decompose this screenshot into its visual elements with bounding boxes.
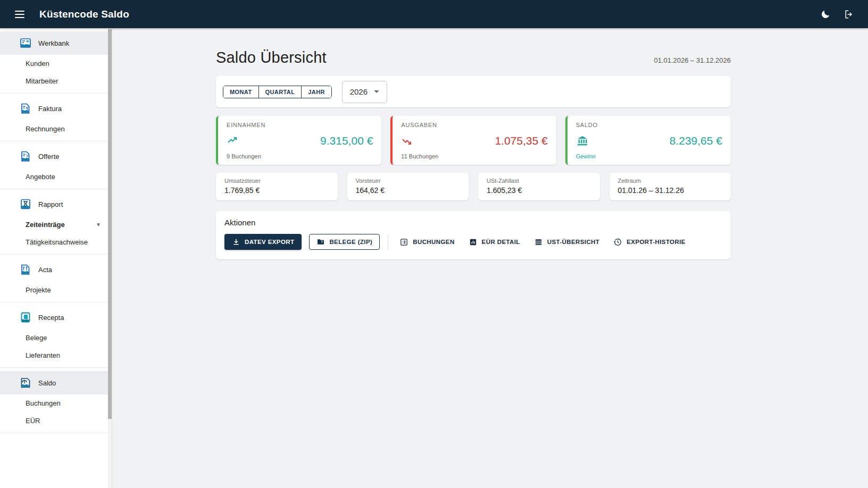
sidebar-item-label: Rapport xyxy=(38,200,63,208)
sidebar-section-acta: Acta Projekte xyxy=(0,255,112,302)
tax-label: USt-Zahllast xyxy=(487,178,591,184)
period-label: 01.01.2026 – 31.12.2026 xyxy=(654,56,731,66)
sidebar-item-werkbank[interactable]: Werkbank xyxy=(0,31,112,55)
saldo-icon xyxy=(19,376,32,389)
stat-card-einnahmen: EINNAHMEN 9.315,00 € 9 Buchungen xyxy=(216,116,381,165)
sidebar-item-label: Faktura xyxy=(38,105,62,113)
sidebar-item-rapport[interactable]: Rapport xyxy=(0,192,112,216)
tax-label: Vorsteuer xyxy=(356,178,461,184)
tax-value: 1.605,23 € xyxy=(487,186,591,195)
app-title: Küstencode Saldo xyxy=(39,9,129,20)
sidebar-section-werkbank: Werkbank Kunden Mitarbeiter xyxy=(0,28,112,94)
euer-detail-button[interactable]: EÜR DETAIL xyxy=(465,234,523,250)
topbar: Küstencode Saldo xyxy=(0,0,868,28)
actions-card: Aktionen DATEV EXPORT BELEGE (ZIP) xyxy=(216,211,731,259)
toggle-jahr[interactable]: JAHR xyxy=(302,86,331,98)
stats-row: EINNAHMEN 9.315,00 € 9 Buchungen AUSGABE… xyxy=(216,116,731,165)
chevron-down-icon xyxy=(374,90,379,93)
rapport-icon xyxy=(19,198,32,211)
tax-row: Umsatzsteuer 1.769,85 € Vorsteuer 164,62… xyxy=(216,173,731,200)
belege-zip-button[interactable]: BELEGE (ZIP) xyxy=(309,234,380,250)
divider xyxy=(388,234,388,250)
sidebar-item-label: Recepta xyxy=(38,314,64,322)
tax-card-umsatzsteuer: Umsatzsteuer 1.769,85 € xyxy=(216,173,338,200)
main-content: Saldo Übersicht 01.01.2026 – 31.12.2026 … xyxy=(116,28,868,488)
sidebar-item-angebote[interactable]: Angebote xyxy=(0,168,112,186)
sidebar-item-zeiteintraege[interactable]: Zeiteinträge ▼ xyxy=(0,216,112,233)
trending-down-icon xyxy=(401,134,414,147)
ust-uebersicht-button[interactable]: UST-ÜBERSICHT xyxy=(531,234,603,250)
sidebar-item-belege[interactable]: Belege xyxy=(0,329,112,347)
sidebar-item-label: Saldo xyxy=(38,379,56,387)
bar-chart-icon xyxy=(469,238,478,247)
dark-mode-moon-icon[interactable] xyxy=(815,4,836,25)
page-title: Saldo Übersicht xyxy=(216,49,327,66)
sidebar-item-lieferanten[interactable]: Lieferanten xyxy=(0,347,112,364)
chevron-down-icon[interactable]: ▼ xyxy=(96,222,101,228)
sidebar-section-rapport: Rapport Zeiteinträge ▼ Tätigkeitsnachwei… xyxy=(0,189,112,255)
sidebar-section-faktura: € Faktura Rechnungen xyxy=(0,94,112,141)
tax-card-vorsteuer: Vorsteuer 164,62 € xyxy=(347,173,469,200)
sidebar-section-saldo: Saldo Buchungen EÜR xyxy=(0,368,112,433)
sidebar-item-offerte[interactable]: ? Offerte xyxy=(0,145,112,168)
stat-value: 9.315,00 € xyxy=(320,134,373,147)
sidebar-item-saldo[interactable]: Saldo xyxy=(0,371,112,394)
tax-value: 1.769,85 € xyxy=(224,186,329,195)
offerte-icon: ? xyxy=(19,150,32,163)
list-table-icon xyxy=(399,238,408,247)
actions-title: Aktionen xyxy=(224,218,722,227)
sidebar-item-faktura[interactable]: € Faktura xyxy=(0,97,112,120)
tax-label: Umsatzsteuer xyxy=(224,178,329,184)
sidebar-item-acta[interactable]: Acta xyxy=(0,258,112,281)
sidebar-item-label: Offerte xyxy=(38,153,60,161)
datev-export-button[interactable]: DATEV EXPORT xyxy=(224,234,302,250)
toggle-quartal[interactable]: QUARTAL xyxy=(259,86,302,98)
sidebar-item-recepta[interactable]: Recepta xyxy=(0,306,112,329)
tax-card-zeitraum: Zeitraum 01.01.26 – 31.12.26 xyxy=(610,173,731,200)
stat-label: SALDO xyxy=(576,122,722,128)
period-toggle-group: MONAT QUARTAL JAHR xyxy=(223,86,332,98)
sidebar-section-offerte: ? Offerte Angebote xyxy=(0,141,112,189)
stat-value: 8.239,65 € xyxy=(670,134,722,147)
trending-up-icon xyxy=(227,134,239,147)
logout-icon[interactable] xyxy=(838,4,859,25)
sidebar-scrollbar-track[interactable] xyxy=(108,28,112,488)
faktura-icon: € xyxy=(19,102,32,115)
toggle-monat[interactable]: MONAT xyxy=(223,86,259,98)
sidebar-item-rechnungen[interactable]: Rechnungen xyxy=(0,120,112,138)
folder-zip-icon xyxy=(316,238,325,246)
bank-icon xyxy=(576,134,589,147)
sidebar-item-projekte[interactable]: Projekte xyxy=(0,281,112,299)
stat-label: EINNAHMEN xyxy=(227,122,373,128)
sidebar-item-label: Acta xyxy=(38,266,52,274)
sidebar-item-buchungen[interactable]: Buchungen xyxy=(0,394,112,412)
sidebar-item-mitarbeiter[interactable]: Mitarbeiter xyxy=(0,72,112,90)
export-historie-button[interactable]: EXPORT-HISTORIE xyxy=(610,234,689,250)
year-select-value: 2026 xyxy=(350,87,368,96)
stat-value: 1.075,35 € xyxy=(495,134,547,147)
table-icon xyxy=(534,238,543,247)
tax-label: Zeitraum xyxy=(618,178,723,184)
menu-icon[interactable] xyxy=(10,4,31,25)
werkbank-icon xyxy=(19,37,32,49)
stat-card-saldo: SALDO 8.239,65 € Gewinn xyxy=(565,116,731,165)
year-select[interactable]: 2026 xyxy=(342,81,387,103)
tax-value: 01.01.26 – 31.12.26 xyxy=(618,186,723,195)
sidebar-scrollbar-thumb[interactable] xyxy=(108,29,112,419)
stat-card-ausgaben: AUSGABEN 1.075,35 € 11 Buchungen xyxy=(390,116,556,165)
sidebar-item-kunden[interactable]: Kunden xyxy=(0,55,112,72)
sidebar-section-recepta: Recepta Belege Lieferanten xyxy=(0,302,112,368)
tax-value: 164,62 € xyxy=(356,186,461,195)
stat-sub: Gewinn xyxy=(576,153,722,159)
sidebar-item-euer[interactable]: EÜR xyxy=(0,412,112,430)
sidebar: Werkbank Kunden Mitarbeiter € Faktura Re… xyxy=(0,28,112,488)
buchungen-button[interactable]: BUCHUNGEN xyxy=(396,234,457,250)
acta-icon xyxy=(19,263,32,276)
filter-card: MONAT QUARTAL JAHR 2026 xyxy=(216,76,731,107)
stat-sub: 11 Buchungen xyxy=(401,153,547,159)
stat-label: AUSGABEN xyxy=(401,122,547,128)
svg-text:?: ? xyxy=(26,154,29,158)
sidebar-item-label: Werkbank xyxy=(38,39,69,47)
sidebar-item-taetigkeitsnachweise[interactable]: Tätigkeitsnachweise xyxy=(0,233,112,251)
tax-card-ust-zahllast: USt-Zahllast 1.605,23 € xyxy=(478,173,600,200)
